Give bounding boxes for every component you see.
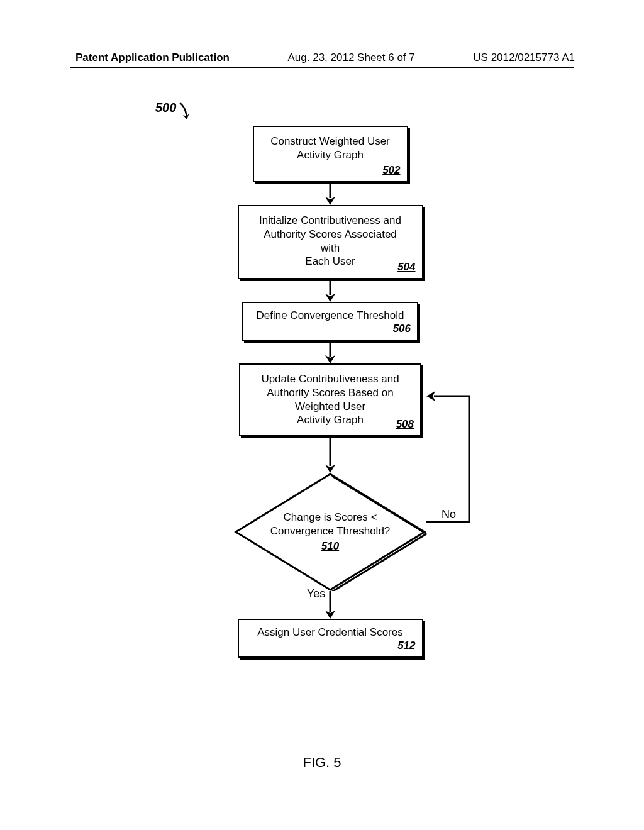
- step-506-box: Define Convergence Threshold 506: [242, 302, 418, 341]
- header-left: Patent Application Publication: [75, 52, 230, 64]
- step-502-text: Construct Weighted UserActivity Graph: [270, 135, 390, 161]
- step-512-box: Assign User Credential Scores 512: [238, 619, 423, 658]
- arrow-down-icon: [324, 279, 336, 302]
- page-header: Patent Application Publication Aug. 23, …: [0, 52, 644, 64]
- step-506-text: Define Convergence Threshold: [257, 309, 404, 321]
- ref-500-label: 500: [155, 101, 176, 115]
- decision-510: Change is Scores <Convergence Threshold?…: [233, 473, 428, 591]
- flowchart: Construct Weighted UserActivity Graph 50…: [233, 126, 428, 658]
- step-508-ref: 508: [396, 418, 414, 431]
- step-506-ref: 506: [393, 322, 411, 336]
- header-right: US 2012/0215773 A1: [473, 52, 575, 64]
- header-rule: [70, 67, 574, 68]
- ref-500-arrow-icon: [177, 102, 192, 121]
- figure-label: FIG. 5: [0, 755, 644, 771]
- arrow-down-icon: [324, 341, 336, 363]
- step-512-text: Assign User Credential Scores: [257, 626, 402, 638]
- step-504-ref: 504: [397, 260, 415, 274]
- arrow-down-icon: [324, 436, 336, 473]
- step-512-ref: 512: [397, 639, 415, 653]
- arrow-down-icon: [324, 182, 336, 205]
- decision-510-ref: 510: [233, 540, 428, 553]
- header-center: Aug. 23, 2012 Sheet 6 of 7: [288, 52, 415, 64]
- label-yes: Yes: [307, 587, 325, 600]
- decision-510-text: Change is Scores <Convergence Threshold?: [270, 511, 391, 537]
- step-502-ref: 502: [382, 163, 400, 177]
- step-504-box: Initialize Contributiveness andAuthority…: [238, 205, 423, 279]
- step-508-box: Update Contributiveness andAuthority Sco…: [239, 363, 421, 436]
- label-no: No: [441, 508, 456, 521]
- step-502-box: Construct Weighted UserActivity Graph 50…: [253, 126, 408, 182]
- step-508-text: Update Contributiveness andAuthority Sco…: [261, 373, 399, 426]
- step-504-text: Initialize Contributiveness andAuthority…: [259, 214, 401, 267]
